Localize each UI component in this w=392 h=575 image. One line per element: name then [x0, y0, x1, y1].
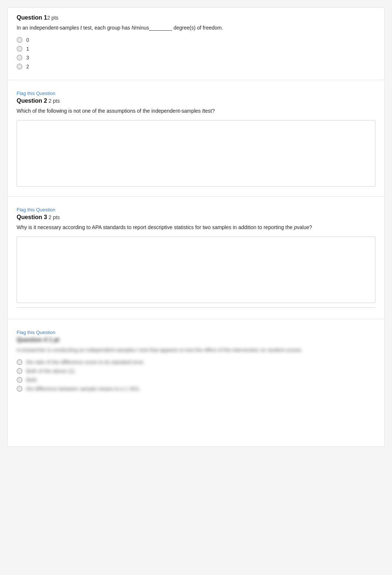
option-label: 2: [26, 64, 29, 69]
option-radio[interactable]: [17, 64, 23, 69]
option-radio[interactable]: [17, 359, 23, 365]
question-4-options-blurred: the ratio of the difference score to its…: [17, 359, 375, 392]
question-3-block: Flag this Question Question 3 2 pts Why …: [7, 197, 385, 319]
question-3-answer-area[interactable]: [17, 237, 375, 303]
option-label-blurred: the difference between sample means to a…: [26, 386, 141, 392]
flag-question-2-link[interactable]: Flag this Question: [17, 207, 55, 212]
question-1-title: Question 1: [17, 14, 47, 21]
question-3-text: Why is it necessary according to APA sta…: [17, 224, 375, 231]
question-2-block: Flag this Question Question 2 2 pts Whic…: [7, 80, 385, 197]
option-radio[interactable]: [17, 46, 23, 52]
option-item-blurred[interactable]: the difference between sample means to a…: [17, 386, 375, 392]
question-2-pts: 2 pts: [47, 98, 60, 104]
option-label-blurred: Both of the above (1).: [26, 368, 76, 374]
option-radio[interactable]: [17, 37, 23, 43]
question-1-pts: 2 pts: [47, 15, 58, 21]
option-item[interactable]: 3: [17, 55, 375, 61]
question-2-answer-area[interactable]: [17, 120, 375, 187]
question-4-text-blurred: A researcher is conducting an independen…: [17, 346, 375, 354]
option-label-blurred: Both: [26, 377, 37, 383]
question-4-header-blurred: Question 4 1 pt: [17, 337, 375, 343]
separator: [17, 307, 375, 308]
question-2-header: Question 2 2 pts: [17, 98, 375, 104]
option-label-blurred: the ratio of the difference score to its…: [26, 359, 145, 365]
question-1-header: Question 12 pts: [17, 14, 375, 21]
page-container: Question 12 pts In an independent-sample…: [0, 0, 392, 454]
flag-question-3-link[interactable]: Flag this Question: [17, 330, 55, 335]
option-radio[interactable]: [17, 55, 23, 61]
flag-question-1-link[interactable]: Flag this Question: [17, 91, 55, 96]
question-1-options: 0 1 3 2: [17, 37, 375, 69]
option-item-blurred[interactable]: the ratio of the difference score to its…: [17, 359, 375, 365]
question-4-block: Flag this Question Question 4 1 pt A res…: [7, 319, 385, 447]
option-radio[interactable]: [17, 368, 23, 374]
option-item[interactable]: 1: [17, 46, 375, 52]
option-label: 1: [26, 46, 29, 52]
option-radio[interactable]: [17, 386, 23, 392]
question-1-block: Question 12 pts In an independent-sample…: [7, 7, 385, 80]
option-label: 3: [26, 55, 29, 61]
option-item[interactable]: 0: [17, 37, 375, 43]
question-2-text: Which of the following is not one of the…: [17, 107, 375, 115]
question-2-title: Question 2: [17, 98, 47, 104]
question-3-title: Question 3: [17, 214, 47, 220]
option-item-blurred[interactable]: Both of the above (1).: [17, 368, 375, 374]
question-1-text: In an independent-samples t test, each g…: [17, 24, 375, 32]
question-3-pts: 2 pts: [47, 214, 60, 220]
option-label: 0: [26, 37, 29, 43]
option-item[interactable]: 2: [17, 64, 375, 69]
option-item-blurred[interactable]: Both: [17, 377, 375, 383]
question-3-header: Question 3 2 pts: [17, 214, 375, 221]
option-radio[interactable]: [17, 377, 23, 383]
